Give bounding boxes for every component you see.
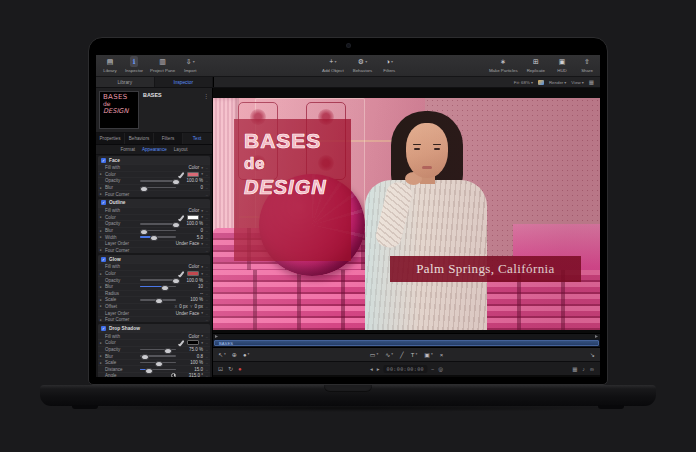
slider-thumb[interactable] bbox=[161, 285, 169, 291]
replicate-button[interactable]: ⊞Replicate bbox=[527, 56, 545, 73]
import-button[interactable]: ⇩▾Import bbox=[182, 56, 198, 73]
animation-menu-icon[interactable]: – bbox=[203, 354, 208, 359]
rectangle-tool[interactable]: ▭▾ bbox=[370, 352, 378, 358]
text-tool[interactable]: T▾ bbox=[411, 352, 417, 358]
subtab-layout[interactable]: Layout bbox=[174, 147, 188, 152]
channels-chip-icon[interactable] bbox=[538, 80, 544, 85]
slider-thumb[interactable] bbox=[164, 348, 172, 354]
parameter-value[interactable]: 100 % bbox=[178, 360, 203, 365]
slider-thumb[interactable] bbox=[140, 186, 148, 192]
layout-grid-icon[interactable]: ▦ bbox=[589, 79, 594, 85]
title-overlay[interactable]: BASES de DESIGN bbox=[234, 119, 351, 261]
animation-menu-icon[interactable]: – bbox=[203, 228, 208, 233]
select-value[interactable]: Under Face bbox=[176, 241, 200, 246]
animation-menu-icon[interactable]: – bbox=[203, 311, 208, 316]
animation-menu-icon[interactable]: – bbox=[203, 208, 208, 213]
animation-menu-icon[interactable]: – bbox=[203, 297, 208, 302]
parameter-value[interactable]: 5.0 bbox=[178, 235, 203, 240]
parameter-value[interactable]: 0 bbox=[178, 185, 203, 190]
y-value[interactable]: 0 px bbox=[194, 304, 203, 309]
select-value[interactable]: Color bbox=[188, 264, 199, 269]
color-swatch[interactable] bbox=[187, 215, 199, 220]
section-checkbox[interactable]: ✓ bbox=[101, 326, 106, 331]
eyedropper-icon[interactable] bbox=[180, 340, 185, 346]
animation-menu-icon[interactable]: – bbox=[203, 192, 208, 197]
behaviors-button[interactable]: ⚙▾Behaviors bbox=[353, 56, 373, 73]
add-object-button[interactable]: +▾Add Object bbox=[322, 56, 344, 73]
options-menu-icon[interactable]: ⋮ bbox=[203, 92, 209, 129]
slider-blur[interactable] bbox=[140, 355, 176, 356]
record-button[interactable]: ● bbox=[238, 366, 242, 372]
animation-menu-icon[interactable]: – bbox=[203, 340, 208, 345]
project-pane-button[interactable]: ▥Project Pane bbox=[150, 56, 175, 73]
parameter-value[interactable]: 100.0 % bbox=[178, 221, 203, 226]
slider-thumb[interactable] bbox=[155, 298, 163, 304]
audio-button[interactable]: ♪ bbox=[582, 366, 585, 372]
inspector-tab-behaviors[interactable]: Behaviors bbox=[125, 133, 154, 144]
timeline-ruler[interactable] bbox=[213, 333, 600, 339]
slider-thumb[interactable] bbox=[172, 179, 180, 185]
link-button[interactable]: ∞ bbox=[590, 366, 594, 372]
animation-menu-icon[interactable]: – bbox=[203, 334, 208, 339]
animation-menu-icon[interactable]: – bbox=[203, 215, 208, 220]
slider-thumb[interactable] bbox=[172, 222, 180, 228]
panel-tab-inspector[interactable]: Inspector bbox=[155, 77, 214, 87]
slider-opacity[interactable] bbox=[140, 180, 176, 181]
angle-dial-icon[interactable] bbox=[171, 373, 176, 377]
panel-tab-library[interactable]: Library bbox=[96, 77, 155, 87]
slider-blur[interactable] bbox=[140, 187, 176, 188]
slider-scale[interactable] bbox=[140, 362, 176, 363]
parameter-value[interactable]: 0.8 bbox=[178, 354, 203, 359]
inspector-tab-text[interactable]: Text bbox=[183, 133, 212, 144]
minus-button[interactable]: − bbox=[431, 366, 434, 372]
select-value[interactable]: Under Face bbox=[176, 311, 200, 316]
subtab-format[interactable]: Format bbox=[120, 147, 135, 152]
inspector-tab-filters[interactable]: Filters bbox=[154, 133, 183, 144]
animation-menu-icon[interactable]: – bbox=[203, 178, 208, 183]
color-swatch[interactable] bbox=[187, 340, 199, 345]
animation-menu-icon[interactable]: – bbox=[203, 367, 208, 372]
parameter-value[interactable]: 315.0 ° bbox=[178, 373, 203, 377]
close-tool[interactable]: × bbox=[440, 352, 444, 358]
slider-blur[interactable] bbox=[140, 286, 176, 287]
parameter-value[interactable]: 10 bbox=[178, 284, 203, 289]
eyedropper-icon[interactable] bbox=[180, 215, 185, 221]
hud-button[interactable]: ▣HUD bbox=[554, 56, 570, 73]
section-checkbox[interactable]: ✓ bbox=[101, 200, 106, 205]
slider-scale[interactable] bbox=[140, 299, 176, 300]
animation-menu-icon[interactable]: – bbox=[203, 373, 208, 377]
inspector-tab-properties[interactable]: Properties bbox=[96, 133, 125, 144]
timecode-display[interactable]: 00:00:00:00 bbox=[383, 365, 427, 373]
slider-opacity[interactable] bbox=[140, 349, 176, 350]
animation-menu-icon[interactable]: – bbox=[203, 360, 208, 365]
animation-menu-icon[interactable]: – bbox=[203, 165, 208, 170]
parameter-value[interactable]: 100.0 % bbox=[178, 278, 203, 283]
x-value[interactable]: 0 px bbox=[179, 304, 188, 309]
slider-thumb[interactable] bbox=[145, 368, 153, 374]
slider-blur[interactable] bbox=[140, 230, 176, 231]
video-canvas[interactable]: BASES de DESIGN Palm Springs, Califórnia bbox=[213, 98, 600, 330]
subtab-appearance[interactable]: Appearance bbox=[142, 147, 167, 152]
select-value[interactable]: Color bbox=[188, 208, 199, 213]
mask-tool[interactable]: ●▾ bbox=[243, 352, 249, 358]
view-menu[interactable]: View ▾ bbox=[571, 80, 583, 85]
pan-zoom-tool[interactable]: ↘ bbox=[590, 352, 595, 358]
color-swatch[interactable] bbox=[187, 271, 199, 276]
section-checkbox[interactable]: ✓ bbox=[101, 158, 106, 163]
snap-button[interactable]: ⊡ bbox=[218, 365, 223, 372]
keyframe-panel-button[interactable]: ▦ bbox=[572, 366, 577, 372]
filters-button[interactable]: ◑▾Filters bbox=[381, 56, 397, 73]
make-particles-button[interactable]: ∗Make Particles bbox=[489, 56, 518, 73]
select-value[interactable]: Color bbox=[188, 165, 199, 170]
caption-overlay[interactable]: Palm Springs, Califórnia bbox=[390, 256, 581, 282]
animation-menu-icon[interactable]: – bbox=[203, 172, 208, 177]
select-tool[interactable]: ↖▾ bbox=[218, 352, 226, 358]
library-button[interactable]: ▤Library bbox=[102, 56, 118, 73]
animation-menu-icon[interactable]: – bbox=[203, 221, 208, 226]
animation-menu-icon[interactable]: – bbox=[203, 235, 208, 240]
slider-opacity[interactable] bbox=[140, 223, 176, 224]
inspector-button[interactable]: ℹInspector bbox=[125, 56, 143, 73]
slider-thumb[interactable] bbox=[155, 361, 163, 367]
parameter-value[interactable]: 15.0 bbox=[178, 367, 203, 372]
animation-menu-icon[interactable]: – bbox=[203, 278, 208, 283]
